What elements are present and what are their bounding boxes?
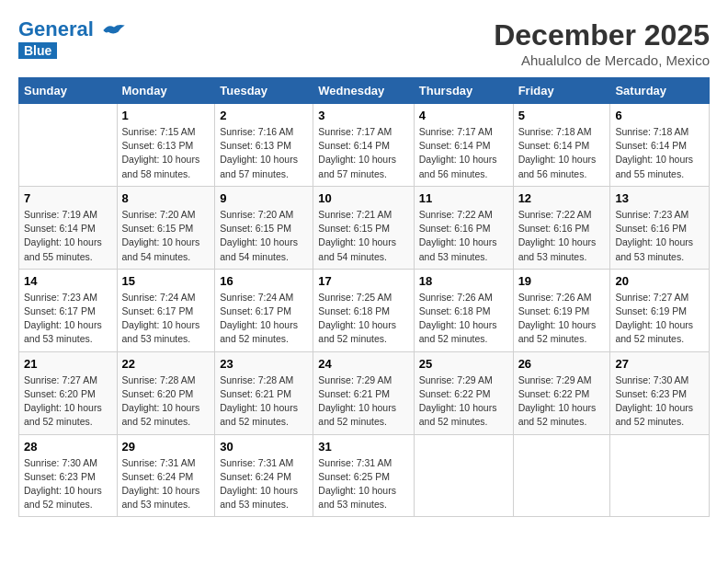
day-detail: Sunrise: 7:23 AMSunset: 6:17 PMDaylight:… xyxy=(24,291,112,347)
week-row-2: 7Sunrise: 7:19 AMSunset: 6:14 PMDaylight… xyxy=(19,186,710,269)
day-detail: Sunrise: 7:29 AMSunset: 6:21 PMDaylight:… xyxy=(318,373,408,430)
day-cell: 28Sunrise: 7:30 AMSunset: 6:23 PMDayligh… xyxy=(19,434,118,517)
title-block: December 2025 Ahualulco de Mercado, Mexi… xyxy=(494,18,710,68)
calendar-table: SundayMondayTuesdayWednesdayThursdayFrid… xyxy=(18,77,710,517)
logo: General Blue xyxy=(18,18,127,59)
day-detail: Sunrise: 7:17 AMSunset: 6:14 PMDaylight:… xyxy=(318,125,408,181)
day-cell: 10Sunrise: 7:21 AMSunset: 6:15 PMDayligh… xyxy=(313,186,414,269)
day-detail: Sunrise: 7:21 AMSunset: 6:15 PMDaylight:… xyxy=(318,208,408,264)
week-row-1: 1Sunrise: 7:15 AMSunset: 6:13 PMDaylight… xyxy=(19,104,710,187)
day-cell: 20Sunrise: 7:27 AMSunset: 6:19 PMDayligh… xyxy=(610,269,710,351)
day-cell: 12Sunrise: 7:22 AMSunset: 6:16 PMDayligh… xyxy=(513,186,610,269)
day-number: 30 xyxy=(220,440,308,454)
day-cell: 9Sunrise: 7:20 AMSunset: 6:15 PMDaylight… xyxy=(215,186,313,269)
day-number: 26 xyxy=(518,357,606,371)
day-number: 17 xyxy=(318,274,408,288)
day-detail: Sunrise: 7:18 AMSunset: 6:14 PMDaylight:… xyxy=(518,125,606,181)
day-number: 20 xyxy=(615,274,704,288)
day-cell xyxy=(19,104,118,187)
day-cell: 8Sunrise: 7:20 AMSunset: 6:15 PMDaylight… xyxy=(117,186,215,269)
week-row-3: 14Sunrise: 7:23 AMSunset: 6:17 PMDayligh… xyxy=(19,269,710,351)
day-number: 11 xyxy=(419,191,508,205)
day-number: 10 xyxy=(318,191,408,205)
day-detail: Sunrise: 7:27 AMSunset: 6:20 PMDaylight:… xyxy=(24,373,112,430)
day-detail: Sunrise: 7:24 AMSunset: 6:17 PMDaylight:… xyxy=(220,291,308,347)
day-number: 23 xyxy=(220,357,308,371)
day-cell: 6Sunrise: 7:18 AMSunset: 6:14 PMDaylight… xyxy=(610,104,710,187)
day-detail: Sunrise: 7:27 AMSunset: 6:19 PMDaylight:… xyxy=(615,291,704,347)
day-detail: Sunrise: 7:24 AMSunset: 6:17 PMDaylight:… xyxy=(122,291,210,347)
day-number: 8 xyxy=(122,191,210,205)
day-cell: 17Sunrise: 7:25 AMSunset: 6:18 PMDayligh… xyxy=(313,269,414,351)
day-cell: 26Sunrise: 7:29 AMSunset: 6:22 PMDayligh… xyxy=(513,351,610,434)
day-detail: Sunrise: 7:31 AMSunset: 6:25 PMDaylight:… xyxy=(318,456,408,512)
month-title: December 2025 xyxy=(494,18,710,52)
week-row-5: 28Sunrise: 7:30 AMSunset: 6:23 PMDayligh… xyxy=(19,434,710,517)
day-detail: Sunrise: 7:26 AMSunset: 6:19 PMDaylight:… xyxy=(518,291,606,347)
logo-text: General xyxy=(18,18,127,40)
day-number: 9 xyxy=(220,191,308,205)
day-cell: 27Sunrise: 7:30 AMSunset: 6:23 PMDayligh… xyxy=(610,351,710,434)
day-number: 22 xyxy=(122,357,210,371)
day-detail: Sunrise: 7:29 AMSunset: 6:22 PMDaylight:… xyxy=(419,373,508,430)
day-number: 4 xyxy=(419,109,508,122)
day-detail: Sunrise: 7:22 AMSunset: 6:16 PMDaylight:… xyxy=(419,208,508,264)
day-detail: Sunrise: 7:30 AMSunset: 6:23 PMDaylight:… xyxy=(24,456,112,512)
bird-icon xyxy=(101,22,127,39)
day-number: 7 xyxy=(24,191,112,205)
day-cell: 4Sunrise: 7:17 AMSunset: 6:14 PMDaylight… xyxy=(414,104,513,187)
day-number: 6 xyxy=(615,109,704,122)
day-cell: 25Sunrise: 7:29 AMSunset: 6:22 PMDayligh… xyxy=(414,351,513,434)
day-number: 15 xyxy=(122,274,210,288)
day-cell: 31Sunrise: 7:31 AMSunset: 6:25 PMDayligh… xyxy=(313,434,414,517)
day-cell xyxy=(610,434,710,517)
day-detail: Sunrise: 7:19 AMSunset: 6:14 PMDaylight:… xyxy=(24,208,112,264)
calendar-header-row: SundayMondayTuesdayWednesdayThursdayFrid… xyxy=(19,78,710,104)
day-cell xyxy=(513,434,610,517)
day-number: 25 xyxy=(419,357,508,371)
day-cell: 29Sunrise: 7:31 AMSunset: 6:24 PMDayligh… xyxy=(117,434,215,517)
col-header-saturday: Saturday xyxy=(610,78,710,104)
col-header-friday: Friday xyxy=(513,78,610,104)
day-cell: 19Sunrise: 7:26 AMSunset: 6:19 PMDayligh… xyxy=(513,269,610,351)
day-cell: 21Sunrise: 7:27 AMSunset: 6:20 PMDayligh… xyxy=(19,351,118,434)
day-cell: 15Sunrise: 7:24 AMSunset: 6:17 PMDayligh… xyxy=(117,269,215,351)
day-detail: Sunrise: 7:25 AMSunset: 6:18 PMDaylight:… xyxy=(318,291,408,347)
day-number: 2 xyxy=(220,109,308,122)
day-detail: Sunrise: 7:16 AMSunset: 6:13 PMDaylight:… xyxy=(220,125,308,181)
day-detail: Sunrise: 7:20 AMSunset: 6:15 PMDaylight:… xyxy=(220,208,308,264)
day-number: 28 xyxy=(24,440,112,454)
day-number: 19 xyxy=(518,274,606,288)
week-row-4: 21Sunrise: 7:27 AMSunset: 6:20 PMDayligh… xyxy=(19,351,710,434)
day-detail: Sunrise: 7:22 AMSunset: 6:16 PMDaylight:… xyxy=(518,208,606,264)
page-header: General Blue December 2025 Ahualulco de … xyxy=(18,18,710,68)
col-header-monday: Monday xyxy=(117,78,215,104)
col-header-tuesday: Tuesday xyxy=(215,78,313,104)
day-number: 29 xyxy=(122,440,210,454)
day-number: 24 xyxy=(318,357,408,371)
day-cell: 14Sunrise: 7:23 AMSunset: 6:17 PMDayligh… xyxy=(19,269,118,351)
day-cell: 23Sunrise: 7:28 AMSunset: 6:21 PMDayligh… xyxy=(215,351,313,434)
day-cell: 16Sunrise: 7:24 AMSunset: 6:17 PMDayligh… xyxy=(215,269,313,351)
col-header-wednesday: Wednesday xyxy=(313,78,414,104)
day-detail: Sunrise: 7:29 AMSunset: 6:22 PMDaylight:… xyxy=(518,373,606,430)
day-cell: 13Sunrise: 7:23 AMSunset: 6:16 PMDayligh… xyxy=(610,186,710,269)
day-detail: Sunrise: 7:17 AMSunset: 6:14 PMDaylight:… xyxy=(419,125,508,181)
day-cell: 22Sunrise: 7:28 AMSunset: 6:20 PMDayligh… xyxy=(117,351,215,434)
day-number: 1 xyxy=(122,109,210,122)
day-detail: Sunrise: 7:31 AMSunset: 6:24 PMDaylight:… xyxy=(220,456,308,512)
day-detail: Sunrise: 7:26 AMSunset: 6:18 PMDaylight:… xyxy=(419,291,508,347)
day-cell: 3Sunrise: 7:17 AMSunset: 6:14 PMDaylight… xyxy=(313,104,414,187)
day-number: 16 xyxy=(220,274,308,288)
day-cell: 5Sunrise: 7:18 AMSunset: 6:14 PMDaylight… xyxy=(513,104,610,187)
col-header-thursday: Thursday xyxy=(414,78,513,104)
day-cell: 7Sunrise: 7:19 AMSunset: 6:14 PMDaylight… xyxy=(19,186,118,269)
day-detail: Sunrise: 7:30 AMSunset: 6:23 PMDaylight:… xyxy=(615,373,704,430)
day-number: 27 xyxy=(615,357,704,371)
day-number: 13 xyxy=(615,191,704,205)
day-number: 18 xyxy=(419,274,508,288)
day-detail: Sunrise: 7:18 AMSunset: 6:14 PMDaylight:… xyxy=(615,125,704,181)
day-detail: Sunrise: 7:20 AMSunset: 6:15 PMDaylight:… xyxy=(122,208,210,264)
day-detail: Sunrise: 7:23 AMSunset: 6:16 PMDaylight:… xyxy=(615,208,704,264)
day-detail: Sunrise: 7:28 AMSunset: 6:20 PMDaylight:… xyxy=(122,373,210,430)
